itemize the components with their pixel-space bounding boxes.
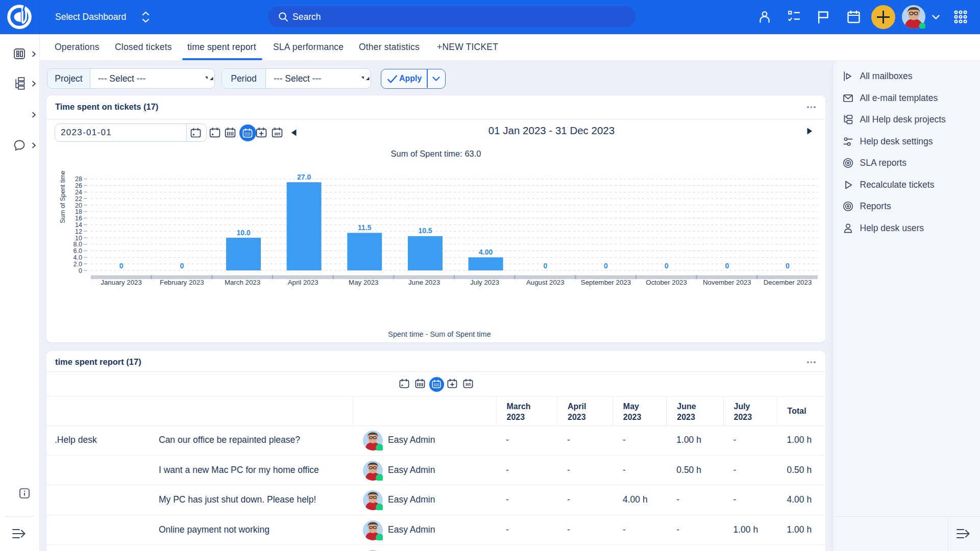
svg-text:August 2023: August 2023 (526, 279, 565, 286)
svg-text:4.00: 4.00 (479, 248, 493, 256)
svg-text:2.0: 2.0 (74, 261, 82, 268)
svg-text:0: 0 (725, 262, 729, 270)
svg-text:365: 365 (465, 383, 471, 386)
svg-text:10.0: 10.0 (236, 229, 250, 237)
svg-text:14: 14 (75, 221, 82, 229)
svg-text:May 2023: May 2023 (349, 279, 378, 286)
svg-text:0: 0 (665, 262, 669, 270)
svg-text:16: 16 (75, 215, 82, 222)
svg-text:April 2023: April 2023 (288, 279, 318, 286)
svg-text:27.0: 27.0 (297, 173, 311, 181)
svg-text:0: 0 (604, 262, 608, 270)
svg-text:8.0: 8.0 (74, 241, 82, 248)
svg-text:September 2023: September 2023 (581, 279, 631, 286)
svg-text:22: 22 (75, 195, 82, 203)
svg-text:November 2023: November 2023 (703, 279, 751, 286)
svg-text:January 2023: January 2023 (101, 279, 142, 286)
svg-text:20: 20 (75, 202, 82, 209)
svg-text:0: 0 (180, 262, 184, 270)
svg-text:February 2023: February 2023 (160, 279, 204, 286)
svg-text:26: 26 (75, 182, 82, 189)
svg-text:11.5: 11.5 (358, 223, 372, 232)
svg-text:Spent time - Sum of Spent time: Spent time - Sum of Spent time (388, 330, 491, 338)
svg-text:4.0: 4.0 (74, 254, 82, 261)
svg-text:December 2023: December 2023 (764, 279, 812, 286)
svg-text:July 2023: July 2023 (470, 279, 499, 286)
svg-text:28: 28 (75, 176, 82, 183)
svg-text:March 2023: March 2023 (225, 279, 260, 286)
svg-text:Sum of Spent time: Sum of Spent time (59, 171, 66, 223)
svg-text:0: 0 (786, 262, 790, 270)
svg-text:365: 365 (274, 132, 280, 136)
svg-text:October 2023: October 2023 (646, 279, 687, 286)
svg-text:12: 12 (75, 228, 82, 235)
svg-text:0: 0 (543, 262, 547, 270)
svg-text:18: 18 (75, 208, 82, 215)
svg-text:24: 24 (75, 189, 82, 196)
svg-text:10.5: 10.5 (418, 227, 432, 235)
svg-text:10: 10 (75, 235, 82, 242)
svg-text:6.0: 6.0 (74, 247, 82, 255)
svg-text:0: 0 (119, 262, 124, 270)
svg-text:June 2023: June 2023 (408, 279, 440, 286)
svg-text:0: 0 (79, 267, 82, 274)
